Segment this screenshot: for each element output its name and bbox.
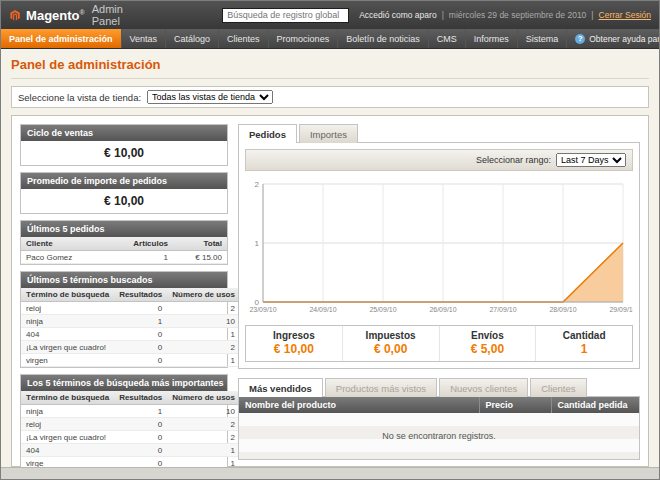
- tab-productos-m-s-vistos[interactable]: Productos más vistos: [325, 378, 437, 397]
- page-help-link[interactable]: ? Obtener ayuda para esta página: [567, 29, 660, 48]
- stat-ingresos: Ingresos€ 10,00: [246, 326, 342, 361]
- top-header: Magento® Admin Panel Accedió como aparo …: [1, 1, 659, 29]
- nav-item-cms[interactable]: CMS: [429, 29, 466, 48]
- column-header-n-mero-de-usos: Número de usos: [167, 391, 240, 405]
- last-search-terms-widget: Últimos 5 términos buscados Término de b…: [20, 271, 228, 368]
- nav-item-ventas[interactable]: Ventas: [122, 29, 167, 48]
- logout-link[interactable]: Cerrar Sesión: [599, 10, 651, 20]
- nav-item-panel-de-administraci-n[interactable]: Panel de administración: [1, 29, 122, 48]
- svg-text:28/09/10: 28/09/10: [549, 306, 576, 313]
- nav-item-bolet-n-de-noticias[interactable]: Boletín de noticias: [338, 29, 429, 48]
- chart-toolbar: Seleccionar rango: Last 7 Days: [245, 149, 633, 171]
- brand-name: Magento®: [26, 8, 85, 23]
- totals-row: Ingresos€ 10,00Impuestos€ 0,00Envíos€ 5,…: [245, 325, 633, 362]
- last-orders-widget: Últimos 5 pedidos ClienteArtículosTotal …: [20, 220, 228, 265]
- global-search-input[interactable]: [222, 8, 349, 23]
- dashboard-panel: Ciclo de ventas € 10,00 Promedio de impo…: [11, 115, 649, 467]
- chart-tabs: PedidosImportes: [238, 124, 640, 143]
- magento-admin-window: Magento® Admin Panel Accedió como aparo …: [0, 0, 660, 480]
- average-orders-widget: Promedio de importe de pedidos € 10,00: [20, 172, 228, 214]
- column-header-art-culos: Artículos: [128, 237, 173, 251]
- store-view-switcher: Seleccione la vista de tienda: Todas las…: [11, 86, 649, 108]
- magento-logo-icon: [9, 8, 21, 23]
- nav-item-promociones[interactable]: Promociones: [269, 29, 339, 48]
- empty-records-message: No se encontraron registros.: [239, 413, 639, 459]
- page-title: Panel de administración: [11, 57, 649, 79]
- nav-item-cat-logo[interactable]: Catálogo: [166, 29, 219, 48]
- table-row[interactable]: 40401: [21, 444, 240, 457]
- tab-clientes[interactable]: Clientes: [530, 378, 586, 397]
- stat-value: € 5,00: [440, 342, 536, 356]
- column-header-total: Total: [173, 237, 227, 251]
- nav-item-clientes[interactable]: Clientes: [219, 29, 269, 48]
- product-name: Admin Panel: [92, 3, 142, 27]
- widget-title: Últimos 5 términos buscados: [21, 272, 227, 288]
- bestsellers-table: Nombre del productoPrecioCantidad pedida: [239, 397, 639, 413]
- nav-item-sistema[interactable]: Sistema: [518, 29, 568, 48]
- logged-in-user: Accedió como aparo: [359, 10, 437, 20]
- tab-pedidos[interactable]: Pedidos: [238, 124, 297, 143]
- stat-label: Impuestos: [343, 330, 439, 341]
- svg-text:29/09/10: 29/09/10: [609, 306, 633, 313]
- page-content: Panel de administración Seleccione la vi…: [1, 49, 659, 467]
- stat-cantidad: Cantidad1: [535, 326, 632, 361]
- table-row[interactable]: Paco Gomez1€ 15.00: [21, 251, 227, 264]
- column-header-t-rmino-de-b-squeda: Término de búsqueda: [21, 391, 114, 405]
- table-row[interactable]: ninja110: [21, 315, 240, 328]
- table-row[interactable]: reloj02: [21, 302, 240, 315]
- orders-chart: 01223/09/1024/09/1025/09/1026/09/1027/09…: [245, 176, 633, 316]
- column-header-cantidad-pedida: Cantidad pedida: [551, 397, 639, 413]
- average-orders-value: € 10,00: [21, 189, 227, 213]
- top-search-terms-table: Término de búsquedaResultadosNúmero de u…: [21, 391, 240, 467]
- tab-m-s-vendidos[interactable]: Más vendidos: [238, 378, 323, 397]
- bestsellers-panel: Nombre del productoPrecioCantidad pedida…: [238, 396, 640, 460]
- bottom-grid-tabs: Más vendidosProductos más vistosNuevos c…: [238, 378, 640, 397]
- table-row[interactable]: 40401: [21, 328, 240, 341]
- last-orders-table: ClienteArtículosTotal Paco Gomez1€ 15.00: [21, 237, 227, 264]
- table-row[interactable]: ¡La virgen que cuadro!02: [21, 431, 240, 444]
- table-row[interactable]: virge01: [21, 457, 240, 468]
- tab-nuevos-clientes[interactable]: Nuevos clientes: [439, 378, 528, 397]
- table-row[interactable]: reloj02: [21, 418, 240, 431]
- svg-text:27/09/10: 27/09/10: [489, 306, 516, 313]
- chart-area: 01223/09/1024/09/1025/09/1026/09/1027/09…: [245, 171, 633, 322]
- main-nav: Panel de administraciónVentasCatálogoCli…: [1, 29, 567, 48]
- range-label: Seleccionar rango:: [476, 155, 551, 165]
- dashboard-right-column: PedidosImportes Seleccionar rango: Last …: [238, 124, 640, 458]
- column-header-t-rmino-de-b-squeda: Término de búsqueda: [21, 288, 114, 302]
- tab-importes[interactable]: Importes: [299, 124, 358, 143]
- stat-impuestos: Impuestos€ 0,00: [342, 326, 439, 361]
- stat-label: Ingresos: [246, 330, 342, 341]
- last-search-terms-table: Término de búsquedaResultadosNúmero de u…: [21, 288, 240, 367]
- svg-text:23/09/10: 23/09/10: [249, 306, 276, 313]
- column-header-precio: Precio: [479, 397, 551, 413]
- svg-text:25/09/10: 25/09/10: [369, 306, 396, 313]
- column-header-nombre-del-producto: Nombre del producto: [239, 397, 479, 413]
- column-header-cliente: Cliente: [21, 237, 128, 251]
- current-date: miércoles 29 de septiembre de 2010: [449, 10, 587, 20]
- column-header-resultados: Resultados: [114, 288, 167, 302]
- help-label: Obtener ayuda para esta página: [589, 34, 660, 44]
- svg-text:1: 1: [255, 239, 260, 248]
- table-row[interactable]: ¡La virgen que cuadro!02: [21, 341, 240, 354]
- range-select[interactable]: Last 7 Days: [556, 153, 626, 167]
- column-header-n-mero-de-usos: Número de usos: [167, 288, 240, 302]
- table-row[interactable]: virgen01: [21, 354, 240, 367]
- stat-env-os: Envíos€ 5,00: [439, 326, 536, 361]
- widget-title: Promedio de importe de pedidos: [21, 173, 227, 189]
- stat-label: Cantidad: [536, 330, 632, 341]
- help-icon: ?: [575, 34, 585, 44]
- stat-value: 1: [536, 342, 632, 356]
- page-footer: [1, 467, 659, 479]
- magento-logo: Magento® Admin Panel: [9, 3, 142, 27]
- stat-value: € 0,00: [343, 342, 439, 356]
- nav-item-informes[interactable]: Informes: [466, 29, 518, 48]
- lifetime-sales-widget: Ciclo de ventas € 10,00: [20, 124, 228, 166]
- store-view-label: Seleccione la vista de tienda:: [18, 92, 141, 103]
- store-view-select[interactable]: Todas las vistas de tienda: [147, 90, 273, 104]
- widget-title: Los 5 términos de búsqueda más important…: [21, 375, 227, 391]
- table-row[interactable]: ninja110: [21, 405, 240, 418]
- svg-text:24/09/10: 24/09/10: [309, 306, 336, 313]
- column-header-resultados: Resultados: [114, 391, 167, 405]
- orders-chart-panel: Seleccionar rango: Last 7 Days 01223/09/…: [238, 142, 640, 369]
